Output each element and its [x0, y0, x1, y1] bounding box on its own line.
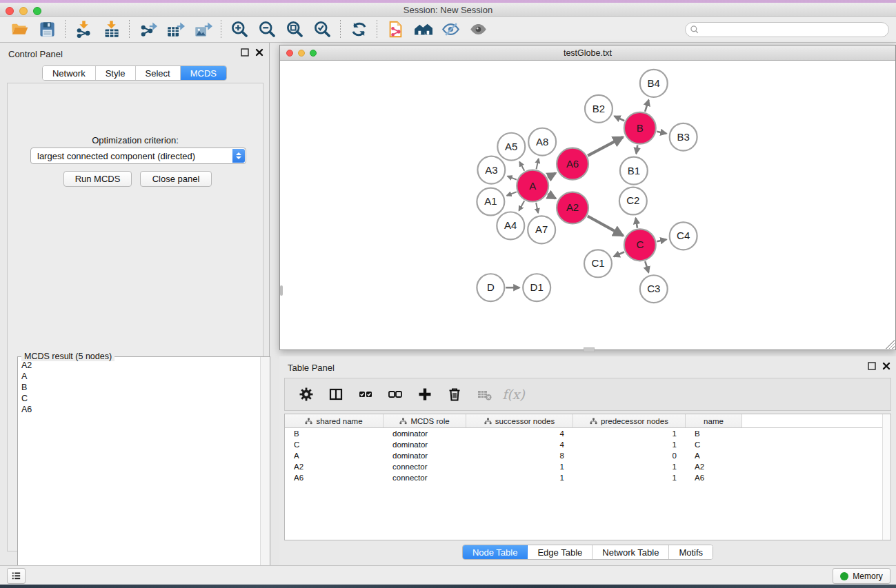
- tab-network[interactable]: Network: [43, 66, 96, 80]
- node-A5[interactable]: A5: [497, 133, 525, 161]
- tab-mcds[interactable]: MCDS: [181, 66, 226, 80]
- zoom-in-icon[interactable]: [226, 19, 253, 41]
- save-session-icon[interactable]: [33, 19, 61, 41]
- canvas-vertical-scroll-thumb[interactable]: [280, 285, 283, 296]
- column-header-shared-name[interactable]: shared name: [285, 414, 384, 427]
- table-row[interactable]: Cdominator41C: [285, 439, 890, 450]
- search-input[interactable]: [702, 25, 888, 34]
- node-A8[interactable]: A8: [528, 128, 556, 156]
- open-file-icon[interactable]: [6, 19, 33, 41]
- edge-A-A4[interactable]: [519, 201, 524, 210]
- node-A1[interactable]: A1: [477, 188, 504, 216]
- optimization-criterion-select[interactable]: largest connected component (directed): [30, 148, 246, 164]
- node-D1[interactable]: D1: [523, 274, 550, 301]
- table-settings-gear-icon[interactable]: [293, 383, 319, 405]
- node-A[interactable]: A: [517, 170, 548, 202]
- zoom-selected-icon[interactable]: [308, 19, 336, 41]
- edge-A6-B[interactable]: [588, 137, 623, 156]
- node-B2[interactable]: B2: [585, 95, 613, 123]
- node-A2[interactable]: A2: [557, 192, 588, 224]
- float-panel-icon[interactable]: [241, 48, 249, 57]
- network-window-titlebar[interactable]: testGlobe.txt: [280, 45, 895, 61]
- refresh-icon[interactable]: [345, 19, 372, 41]
- table-row[interactable]: A6connector11A6: [285, 472, 890, 483]
- column-header-predecessor-nodes[interactable]: predecessor nodes: [573, 414, 686, 427]
- network-canvas[interactable]: B4B2BB3A8A5A6B1A3AA1C2A2A4A7C4CC1C3DD1: [281, 61, 895, 349]
- export-image-icon[interactable]: [189, 19, 217, 41]
- tab-style[interactable]: Style: [96, 66, 136, 80]
- node-B1[interactable]: B1: [620, 157, 648, 185]
- table-tab-node-table[interactable]: Node Table: [463, 545, 528, 559]
- table-row[interactable]: Adominator80A: [285, 450, 890, 461]
- edge-B-B2[interactable]: [615, 116, 625, 121]
- node-table[interactable]: shared nameMCDS rolesuccessor nodesprede…: [284, 414, 891, 540]
- close-panel-icon[interactable]: [255, 48, 263, 57]
- close-table-panel-icon[interactable]: [882, 362, 890, 370]
- table-tab-motifs[interactable]: Motifs: [669, 545, 713, 559]
- column-header-name[interactable]: name: [686, 414, 742, 427]
- table-tab-edge-table[interactable]: Edge Table: [528, 545, 593, 559]
- unselect-all-columns-icon[interactable]: [382, 383, 408, 405]
- session-details-icon[interactable]: [381, 19, 409, 41]
- edge-C-C4[interactable]: [657, 239, 666, 241]
- edge-C-C3[interactable]: [645, 261, 648, 272]
- resize-grip-icon[interactable]: [886, 340, 895, 349]
- result-item[interactable]: B: [21, 382, 259, 393]
- import-table-icon[interactable]: [97, 19, 125, 41]
- result-item[interactable]: A6: [21, 404, 259, 415]
- memory-button[interactable]: Memory: [833, 568, 890, 584]
- result-item[interactable]: A: [21, 371, 259, 382]
- edge-B-B4[interactable]: [645, 100, 648, 112]
- node-B4[interactable]: B4: [640, 70, 668, 97]
- zoom-out-icon[interactable]: [253, 19, 281, 41]
- delete-column-icon[interactable]: [441, 383, 467, 405]
- search-box[interactable]: [685, 22, 889, 37]
- table-tab-network-table[interactable]: Network Table: [593, 545, 669, 559]
- result-item[interactable]: A2: [21, 360, 259, 371]
- result-item[interactable]: C: [21, 393, 259, 404]
- column-header-successor-nodes[interactable]: successor nodes: [466, 414, 573, 427]
- node-B[interactable]: B: [624, 112, 656, 144]
- tab-select[interactable]: Select: [136, 66, 181, 80]
- edge-A2-C[interactable]: [588, 216, 623, 236]
- edge-A-A3[interactable]: [508, 176, 517, 180]
- table-row[interactable]: Bdominator41B: [285, 428, 890, 439]
- node-A4[interactable]: A4: [497, 212, 524, 239]
- home-view-icon[interactable]: [409, 19, 437, 41]
- edge-C-C1[interactable]: [614, 252, 624, 256]
- hide-panels-icon[interactable]: [437, 19, 464, 41]
- mcds-result-list[interactable]: A2ABCA6: [19, 360, 259, 587]
- close-panel-button[interactable]: Close panel: [140, 171, 212, 187]
- float-table-panel-icon[interactable]: [868, 362, 876, 370]
- edge-B-B3[interactable]: [657, 132, 666, 134]
- export-table-icon[interactable]: [161, 19, 189, 41]
- node-D[interactable]: D: [477, 274, 504, 301]
- node-A7[interactable]: A7: [528, 216, 555, 243]
- export-network-icon[interactable]: [134, 19, 161, 41]
- table-scrollbar[interactable]: [882, 414, 890, 540]
- import-network-icon[interactable]: [70, 19, 97, 41]
- edge-A-A6[interactable]: [548, 173, 556, 177]
- edge-A-A2[interactable]: [548, 194, 556, 199]
- edge-C-C2[interactable]: [636, 218, 637, 228]
- column-header-MCDS-role[interactable]: MCDS role: [384, 414, 466, 427]
- edge-A-A7[interactable]: [536, 203, 538, 213]
- node-A6[interactable]: A6: [557, 148, 588, 180]
- edge-A-A1[interactable]: [507, 192, 517, 195]
- result-scrollbar[interactable]: [260, 357, 270, 588]
- zoom-fit-icon[interactable]: [281, 19, 308, 41]
- node-C4[interactable]: C4: [670, 222, 697, 250]
- table-row[interactable]: A2connector11A2: [285, 461, 890, 472]
- node-C1[interactable]: C1: [584, 250, 612, 277]
- edge-A-A5[interactable]: [519, 162, 524, 171]
- show-panels-icon[interactable]: [464, 19, 492, 41]
- node-C2[interactable]: C2: [619, 187, 647, 215]
- node-C[interactable]: C: [624, 229, 656, 261]
- canvas-horizontal-scroll-thumb[interactable]: [584, 347, 595, 352]
- show-panel-list-button[interactable]: [7, 568, 26, 584]
- add-column-icon[interactable]: [412, 383, 437, 405]
- node-B3[interactable]: B3: [670, 123, 697, 151]
- edge-B-B1[interactable]: [636, 145, 637, 153]
- node-A3[interactable]: A3: [477, 156, 505, 184]
- run-mcds-button[interactable]: Run MCDS: [63, 171, 132, 187]
